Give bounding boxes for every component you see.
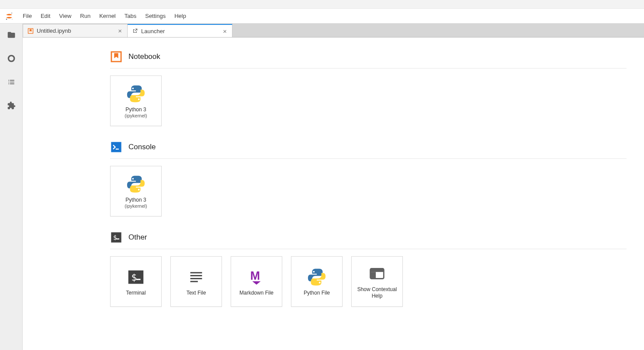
rail-running[interactable] — [5, 52, 17, 65]
close-icon[interactable]: × — [222, 28, 228, 34]
card-text-file[interactable]: Text File — [170, 256, 222, 307]
menu-kernel[interactable]: Kernel — [95, 11, 120, 21]
card-markdown-file[interactable]: Markdown File — [231, 256, 282, 307]
card-notebook-python3[interactable]: Python 3 (ipykernel) — [110, 75, 162, 126]
terminal-icon — [126, 267, 146, 287]
notebook-icon — [110, 51, 122, 63]
rail-toc[interactable] — [5, 76, 17, 88]
card-title: Show Contextual Help — [354, 286, 400, 299]
menu-edit[interactable]: Edit — [36, 11, 55, 21]
menu-settings[interactable]: Settings — [141, 11, 170, 21]
section-other: Other Terminal Text File M — [110, 231, 644, 307]
python-icon — [307, 267, 327, 287]
card-title: Markdown File — [239, 290, 274, 296]
card-title: Terminal — [126, 290, 145, 296]
python-icon — [126, 84, 146, 104]
launcher-icon — [132, 28, 138, 34]
browser-chrome-bar — [0, 0, 644, 9]
card-title: Python 3 — [125, 197, 146, 203]
section-title: Notebook — [128, 52, 160, 61]
context-help-icon — [367, 264, 387, 284]
tab-launcher[interactable]: Launcher × — [128, 24, 232, 37]
card-title: Text File — [187, 290, 206, 296]
tab-label: Launcher — [141, 28, 222, 34]
section-console: Console Python 3 (ipykernel) — [110, 141, 644, 216]
close-icon[interactable]: × — [117, 27, 123, 34]
cards-console: Python 3 (ipykernel) — [110, 166, 627, 216]
menu-run[interactable]: Run — [76, 11, 95, 21]
section-title: Console — [128, 143, 156, 151]
app-root: File Edit View Run Kernel Tabs Settings … — [0, 0, 644, 350]
tab-label: Untitled.ipynb — [37, 27, 117, 34]
python-icon — [126, 174, 146, 194]
main-area: Untitled.ipynb × Launcher × Notebook — [23, 24, 644, 350]
menubar: File Edit View Run Kernel Tabs Settings … — [0, 9, 644, 24]
body: Untitled.ipynb × Launcher × Notebook — [0, 24, 644, 350]
menu-help[interactable]: Help — [170, 11, 190, 21]
jupyter-logo-icon — [4, 11, 14, 21]
rail-extensions[interactable] — [5, 100, 17, 112]
section-header: Notebook — [110, 51, 627, 69]
card-python-file[interactable]: Python File — [291, 256, 343, 307]
section-header: Other — [110, 231, 627, 249]
left-rail — [0, 24, 23, 350]
console-icon — [110, 141, 122, 153]
card-subtitle: (ipykernel) — [125, 203, 147, 209]
tab-bar: Untitled.ipynb × Launcher × — [23, 24, 644, 38]
menu-tabs[interactable]: Tabs — [120, 11, 141, 21]
card-terminal[interactable]: Terminal — [110, 256, 162, 307]
notebook-icon — [28, 28, 34, 34]
cards-other: Terminal Text File Markdown File Py — [110, 256, 627, 307]
card-title: Python File — [304, 290, 330, 296]
terminal-icon — [110, 231, 122, 244]
card-contextual-help[interactable]: Show Contextual Help — [351, 256, 403, 307]
text-file-icon — [186, 267, 206, 287]
menu-file[interactable]: File — [18, 11, 36, 21]
section-title: Other — [128, 233, 147, 242]
card-title: Python 3 — [125, 106, 146, 113]
launcher-panel: Notebook Python 3 (ipykernel) Cons — [23, 38, 644, 350]
cards-notebook: Python 3 (ipykernel) — [110, 75, 627, 126]
markdown-icon — [246, 267, 267, 287]
tab-untitled-notebook[interactable]: Untitled.ipynb × — [23, 24, 128, 37]
card-console-python3[interactable]: Python 3 (ipykernel) — [110, 166, 162, 216]
section-header: Console — [110, 141, 627, 159]
section-notebook: Notebook Python 3 (ipykernel) — [110, 51, 644, 126]
card-subtitle: (ipykernel) — [125, 113, 147, 118]
rail-file-browser[interactable] — [5, 29, 17, 41]
menu-view[interactable]: View — [55, 11, 76, 21]
